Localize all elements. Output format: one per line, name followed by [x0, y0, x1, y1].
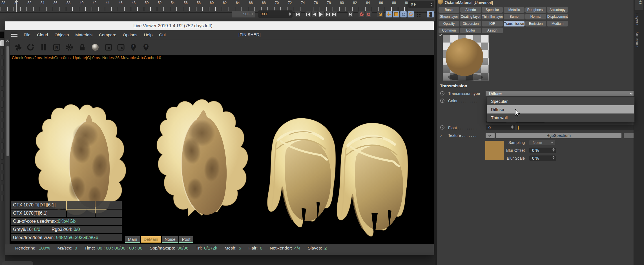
reset-icon[interactable]: R	[52, 43, 61, 52]
texture-more-button[interactable]: ...	[624, 133, 634, 138]
blur-offset-input[interactable]: 0 %	[529, 148, 556, 153]
next-frame-button[interactable]	[325, 11, 331, 17]
menu-item[interactable]: Compare	[99, 32, 116, 37]
scrollbar-thumb[interactable]	[6, 46, 9, 156]
current-frame-field[interactable]: 0 F	[408, 1, 434, 8]
material-tab[interactable]: Opacity	[439, 21, 459, 26]
octane-logo-icon[interactable]	[14, 43, 22, 52]
prev-frame-button[interactable]	[311, 11, 317, 17]
ruler-number: 70	[275, 1, 279, 5]
menu-option[interactable]: Diffuse	[487, 105, 634, 113]
material-tab[interactable]: Specular	[482, 7, 503, 13]
material-tab[interactable]: Thin film layer	[482, 14, 503, 19]
menu-item[interactable]: Help	[144, 32, 153, 37]
material-tab[interactable]: Albedo	[460, 7, 481, 13]
menu-option[interactable]: Thin wall	[487, 113, 634, 122]
timeline-range-end[interactable]: 90 F‖	[232, 11, 255, 17]
material-pin-icon[interactable]: M	[142, 43, 150, 52]
material-tab[interactable]: Medium	[547, 21, 568, 26]
material-preview[interactable]	[443, 35, 489, 81]
keyframe-scale-icon[interactable]	[393, 11, 399, 17]
viewport-tab[interactable]: Noise	[162, 236, 178, 243]
timeline-ruler[interactable]: 2830323436384042444648505254565860626466…	[0, 0, 435, 12]
material-tab[interactable]: Emission	[525, 21, 546, 26]
keyframe-parameter-icon[interactable]: P	[408, 11, 414, 17]
menu-option[interactable]: Specular	[487, 97, 634, 105]
material-tab[interactable]: Anisotropy	[547, 7, 568, 13]
menu-item[interactable]: Materials	[75, 32, 92, 37]
transmission-type-select[interactable]: Diffuse	[486, 91, 634, 96]
keyframe-rotation-icon[interactable]	[400, 11, 407, 17]
record-icon[interactable]	[358, 11, 365, 17]
pause-render-icon[interactable]	[39, 43, 48, 52]
material-tab[interactable]: Editor	[460, 28, 481, 33]
animate-toggle-color[interactable]	[440, 99, 444, 103]
picture-region-icon[interactable]	[104, 43, 113, 52]
preview-expand-icon[interactable]	[439, 33, 442, 36]
svg-text:F: F	[132, 45, 134, 48]
animate-toggle-transmission-type[interactable]	[440, 91, 444, 95]
tab-attributes[interactable]: Attributes	[635, 0, 643, 10]
restart-render-icon[interactable]	[26, 43, 35, 52]
playhead-frame-90[interactable]	[407, 0, 407, 12]
material-tab[interactable]: Roughness	[525, 7, 546, 13]
material-tab[interactable]: Displacement	[547, 14, 568, 19]
blur-scale-input[interactable]: 0 %	[529, 155, 556, 161]
prev-key-button[interactable]	[305, 11, 311, 17]
tab-structure[interactable]: Structure	[635, 32, 639, 48]
record-active-objects-icon[interactable]	[365, 11, 372, 17]
frame-spinner[interactable]: 90 F	[258, 10, 293, 18]
render-viewport[interactable]: Check:0ms./2ms. MeshGen:0ms. Update[C]:0…	[10, 55, 434, 244]
keyframe-selection-grid-icon[interactable]	[416, 11, 422, 17]
lock-resolution-icon[interactable]	[78, 43, 87, 52]
play-button[interactable]	[318, 11, 324, 17]
vertical-scrollbar[interactable]	[6, 39, 10, 252]
material-tab[interactable]: Basic	[439, 7, 459, 13]
texture-expand-icon[interactable]: ›	[440, 133, 442, 138]
viewport-tab[interactable]: DeMain	[141, 236, 161, 243]
float-input[interactable]: 0	[486, 125, 515, 130]
animate-toggle-float[interactable]	[440, 125, 444, 130]
goto-start-button[interactable]	[295, 11, 301, 17]
goto-end-button[interactable]	[348, 11, 353, 17]
material-tab[interactable]: Normal	[525, 14, 546, 19]
menu-item[interactable]: File	[24, 32, 30, 37]
material-tab[interactable]: Metallic	[504, 7, 525, 13]
material-tab[interactable]: Assign	[482, 28, 503, 33]
blur-scale-stepper[interactable]	[552, 156, 555, 159]
menu-item[interactable]: Objects	[54, 32, 69, 37]
settings-gear-icon[interactable]	[65, 43, 74, 52]
material-tab[interactable]: Common	[439, 28, 459, 33]
material-tab[interactable]: Dispersion	[460, 21, 481, 26]
menu-item[interactable]: Cloud	[37, 32, 48, 37]
frame-field-spinner[interactable]	[430, 1, 432, 8]
timeline-film-icon[interactable]	[427, 11, 434, 17]
autokey-icon[interactable]	[377, 11, 384, 17]
sampling-select[interactable]: None	[529, 140, 555, 145]
material-tab[interactable]: IOR	[482, 21, 503, 26]
float-slider[interactable]	[517, 125, 634, 130]
material-tab[interactable]: Coating layer	[460, 14, 481, 19]
menu-item[interactable]: Options	[123, 32, 138, 37]
render-region-icon[interactable]	[117, 43, 125, 52]
slider-handle[interactable]	[518, 126, 519, 130]
playhead-frame-30[interactable]	[16, 0, 17, 12]
viewport-tab[interactable]: Main	[125, 236, 140, 243]
scroll-up-icon[interactable]	[6, 40, 9, 44]
float-stepper[interactable]	[511, 125, 514, 129]
texture-dropdown-button[interactable]	[486, 133, 495, 138]
viewport-tab[interactable]: Post	[179, 236, 193, 243]
tab-layers[interactable]: Layers	[635, 14, 639, 25]
blur-offset-stepper[interactable]	[552, 148, 555, 152]
keyframe-position-icon[interactable]	[386, 11, 392, 17]
next-key-button[interactable]	[331, 11, 337, 17]
focus-pin-icon[interactable]: F	[129, 43, 138, 52]
material-tab[interactable]: Transmission	[504, 21, 525, 26]
window-titlebar[interactable]: Live Viewer 2019.1.4-R2 (752 days left)	[5, 21, 434, 30]
hamburger-menu-icon[interactable]	[11, 33, 17, 37]
menu-item[interactable]: Gui	[159, 32, 165, 37]
material-ball-icon[interactable]	[91, 43, 99, 52]
texture-type-button[interactable]: RgbSpectrum	[496, 133, 621, 138]
material-tab[interactable]: Sheen layer	[439, 14, 459, 19]
material-tab[interactable]: Bump	[504, 14, 525, 19]
